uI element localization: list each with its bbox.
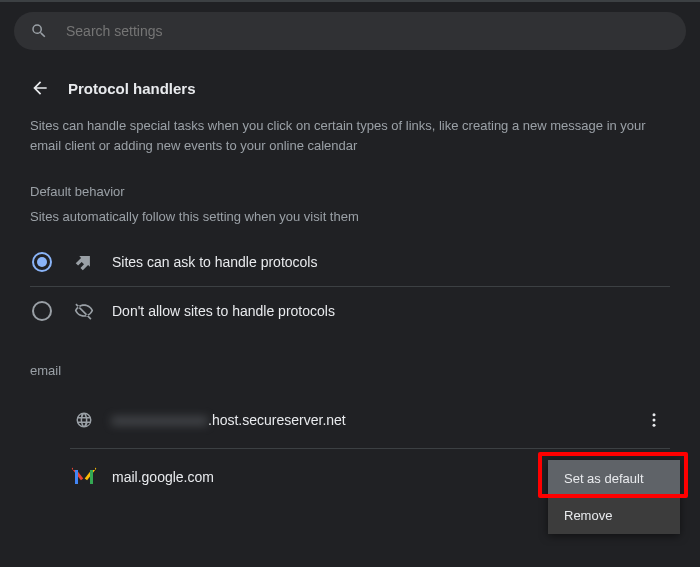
- site-row-secureserver: xxxxxxxxxxxx.host.secureserver.net: [70, 392, 670, 448]
- menu-set-default[interactable]: Set as default: [548, 460, 680, 497]
- option-block-handlers[interactable]: Don't allow sites to handle protocols: [30, 287, 670, 335]
- back-button[interactable]: [30, 78, 50, 98]
- svg-point-1: [653, 419, 656, 422]
- radio-selected-icon: [32, 252, 52, 272]
- option-label: Sites can ask to handle protocols: [112, 254, 317, 270]
- site-label: xxxxxxxxxxxx.host.secureserver.net: [112, 412, 346, 428]
- page-title: Protocol handlers: [68, 80, 196, 97]
- menu-remove[interactable]: Remove: [548, 497, 680, 534]
- search-input[interactable]: [66, 23, 670, 39]
- site-label: mail.google.com: [112, 469, 214, 485]
- svg-point-2: [653, 424, 656, 427]
- context-menu: Set as default Remove: [548, 460, 680, 534]
- protocol-heading: email: [30, 363, 670, 378]
- option-label: Don't allow sites to handle protocols: [112, 303, 335, 319]
- more-actions-button[interactable]: [642, 408, 666, 432]
- protocol-blocked-icon: [74, 301, 94, 321]
- default-behavior-subtext: Sites automatically follow this setting …: [30, 209, 670, 224]
- radio-unselected-icon: [32, 301, 52, 321]
- svg-point-0: [653, 414, 656, 417]
- search-bar[interactable]: [14, 12, 686, 50]
- default-behavior-heading: Default behavior: [30, 184, 670, 199]
- search-icon: [30, 22, 48, 40]
- globe-icon: [74, 410, 94, 430]
- page-description: Sites can handle special tasks when you …: [30, 116, 670, 156]
- protocol-allowed-icon: [74, 252, 94, 272]
- option-allow-handlers[interactable]: Sites can ask to handle protocols: [30, 238, 670, 286]
- gmail-icon: [74, 467, 94, 487]
